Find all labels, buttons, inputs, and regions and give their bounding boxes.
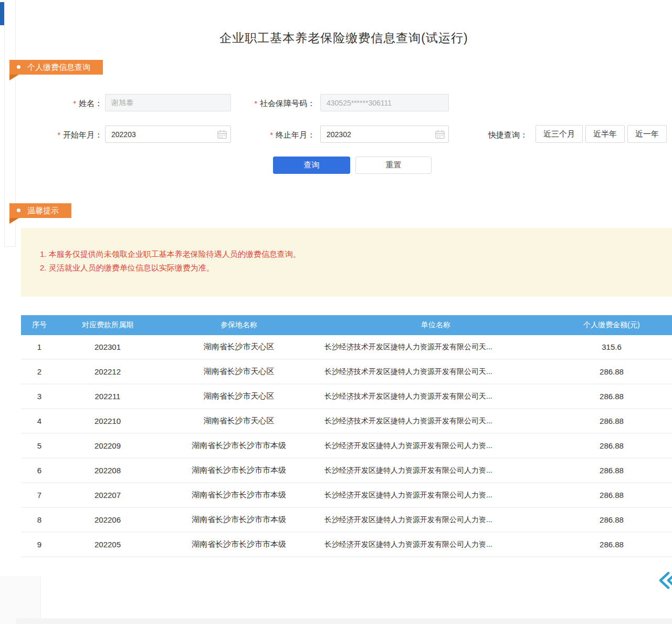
table-cell: 湖南省长沙市长沙市市本级 <box>158 483 320 508</box>
ssn-label: *社会保障号码： <box>231 98 315 109</box>
table-cell: 9 <box>21 533 58 557</box>
table-row: 9202205湖南省长沙市长沙市市本级长沙经济开发区捷特人力资源开发有限公司人力… <box>21 533 672 557</box>
end-month-field[interactable] <box>320 126 449 143</box>
table-cell: 长沙经济开发区捷特人力资源开发有限公司人力资... <box>320 508 551 533</box>
table-cell: 长沙经济开发区捷特人力资源开发有限公司人力资... <box>320 434 551 459</box>
required-mark: * <box>58 131 60 139</box>
end-month-label: *终止年月： <box>231 130 315 140</box>
notice-line-2: 2. 灵活就业人员的缴费单位信息以实际缴费为准。 <box>40 261 672 275</box>
ssn-label-text: 社会保障号码： <box>260 99 315 108</box>
required-mark: * <box>270 131 273 139</box>
notice-box: 1. 本服务仅提供尚未领取企业职工基本养老保险待遇人员的缴费信息查询。 2. 灵… <box>21 228 672 297</box>
table-cell: 286.88 <box>551 483 672 508</box>
table-cell: 5 <box>21 434 58 459</box>
section-ribbon-query: 个人缴费信息查询 <box>9 60 103 75</box>
quick-query-1-year-button[interactable]: 近一年 <box>627 125 667 143</box>
table-cell: 长沙经济技术开发区捷特人力资源开发有限公司天... <box>320 409 551 434</box>
table-cell: 202212 <box>58 360 158 384</box>
start-month-field[interactable] <box>105 126 231 143</box>
bullet-dot <box>17 65 20 69</box>
page-background-corner <box>0 576 41 624</box>
header-index: 序号 <box>21 315 58 335</box>
payments-table: 序号 对应费款所属期 参保地名称 单位名称 个人缴费金额(元) 1202301湖… <box>21 315 672 557</box>
quick-query-half-year-button[interactable]: 近半年 <box>585 125 625 143</box>
quick-query-group: 近三个月 近半年 近一年 <box>536 125 667 143</box>
table-cell: 286.88 <box>551 533 672 557</box>
table-cell: 202210 <box>58 409 158 434</box>
start-month-label-text: 开始年月： <box>63 130 102 139</box>
start-month-label: *开始年月： <box>42 130 102 140</box>
table-cell: 286.88 <box>551 409 672 434</box>
table-cell: 315.6 <box>551 335 672 360</box>
table-row: 8202206湖南省长沙市长沙市市本级长沙经济开发区捷特人力资源开发有限公司人力… <box>21 508 672 533</box>
table-cell: 长沙经济技术开发区捷特人力资源开发有限公司天... <box>320 335 551 360</box>
table-cell: 长沙经济开发区捷特人力资源开发有限公司人力资... <box>320 459 551 483</box>
section-ribbon-query-label: 个人缴费信息查询 <box>27 63 90 71</box>
calendar-icon[interactable] <box>217 130 227 139</box>
table-row: 5202209湖南省长沙市长沙市市本级长沙经济开发区捷特人力资源开发有限公司人力… <box>21 434 672 459</box>
table-cell: 202205 <box>58 533 158 557</box>
table-cell: 7 <box>21 483 58 508</box>
table-cell: 长沙经济技术开发区捷特人力资源开发有限公司天... <box>320 360 551 384</box>
pension-query-page: { "title": "企业职工基本养老保险缴费信息查询(试运行)", "rib… <box>0 0 672 624</box>
table-cell: 202208 <box>58 459 158 483</box>
name-label: *姓名： <box>42 98 102 109</box>
required-mark: * <box>255 99 257 108</box>
table-cell: 202211 <box>58 384 158 409</box>
ssn-field[interactable] <box>320 94 449 111</box>
table-cell: 湖南省长沙市长沙市市本级 <box>158 508 320 533</box>
table-cell: 湖南省长沙市天心区 <box>158 384 320 409</box>
name-label-text: 姓名： <box>79 99 102 108</box>
table-row: 6202208湖南省长沙市长沙市市本级长沙经济开发区捷特人力资源开发有限公司人力… <box>21 459 672 483</box>
reset-button[interactable]: 重置 <box>355 157 432 174</box>
quick-query-3-months-button[interactable]: 近三个月 <box>536 125 583 143</box>
required-mark: * <box>74 99 76 108</box>
table-cell: 286.88 <box>551 459 672 483</box>
double-chevron-left-icon[interactable] <box>657 570 672 591</box>
header-location: 参保地名称 <box>158 315 320 335</box>
table-cell: 湖南省长沙市天心区 <box>158 409 320 434</box>
table-cell: 202207 <box>58 483 158 508</box>
table-cell: 长沙经济技术开发区捷特人力资源开发有限公司天... <box>320 384 551 409</box>
table-row: 3202211湖南省长沙市天心区长沙经济技术开发区捷特人力资源开发有限公司天..… <box>21 384 672 409</box>
table-cell: 1 <box>21 335 58 360</box>
notice-line-1: 1. 本服务仅提供尚未领取企业职工基本养老保险待遇人员的缴费信息查询。 <box>40 247 672 261</box>
header-period: 对应费款所属期 <box>58 315 158 335</box>
quick-query-label: 快捷查询： <box>488 130 533 140</box>
table-cell: 286.88 <box>551 384 672 409</box>
table-cell: 286.88 <box>551 360 672 384</box>
table-cell: 286.88 <box>551 434 672 459</box>
table-cell: 6 <box>21 459 58 483</box>
calendar-icon[interactable] <box>435 130 445 139</box>
table-cell: 2 <box>21 360 58 384</box>
table-cell: 202206 <box>58 508 158 533</box>
page-title: 企业职工基本养老保险缴费信息查询(试运行) <box>16 30 672 46</box>
table-cell: 长沙经济开发区捷特人力资源开发有限公司人力资... <box>320 533 551 557</box>
section-ribbon-tips: 温馨提示 <box>9 203 71 218</box>
table-row: 2202212湖南省长沙市天心区长沙经济技术开发区捷特人力资源开发有限公司天..… <box>21 360 672 384</box>
table-cell: 湖南省长沙市长沙市市本级 <box>158 459 320 483</box>
table-row: 1202301湖南省长沙市天心区长沙经济技术开发区捷特人力资源开发有限公司天..… <box>21 335 672 360</box>
table-cell: 4 <box>21 409 58 434</box>
table-cell: 202209 <box>58 434 158 459</box>
payments-table-body: 1202301湖南省长沙市天心区长沙经济技术开发区捷特人力资源开发有限公司天..… <box>21 335 672 557</box>
bottom-divider <box>16 618 672 624</box>
header-company: 单位名称 <box>320 315 551 335</box>
table-cell: 长沙经济开发区捷特人力资源开发有限公司人力资... <box>320 483 551 508</box>
table-cell: 202301 <box>58 335 158 360</box>
bullet-dot <box>17 209 20 212</box>
table-row: 7202207湖南省长沙市长沙市市本级长沙经济开发区捷特人力资源开发有限公司人力… <box>21 483 672 508</box>
table-row: 4202210湖南省长沙市天心区长沙经济技术开发区捷特人力资源开发有限公司天..… <box>21 409 672 434</box>
query-button[interactable]: 查询 <box>273 157 350 174</box>
table-cell: 湖南省长沙市长沙市市本级 <box>158 434 320 459</box>
table-cell: 8 <box>21 508 58 533</box>
table-cell: 湖南省长沙市天心区 <box>158 360 320 384</box>
table-cell: 286.88 <box>551 508 672 533</box>
header-amount: 个人缴费金额(元) <box>551 315 672 335</box>
name-field[interactable] <box>105 94 231 111</box>
table-cell: 湖南省长沙市长沙市市本级 <box>158 533 320 557</box>
table-cell: 湖南省长沙市天心区 <box>158 335 320 360</box>
end-month-label-text: 终止年月： <box>276 130 315 139</box>
section-ribbon-tips-label: 温馨提示 <box>27 206 59 215</box>
table-header-row: 序号 对应费款所属期 参保地名称 单位名称 个人缴费金额(元) <box>21 315 672 335</box>
